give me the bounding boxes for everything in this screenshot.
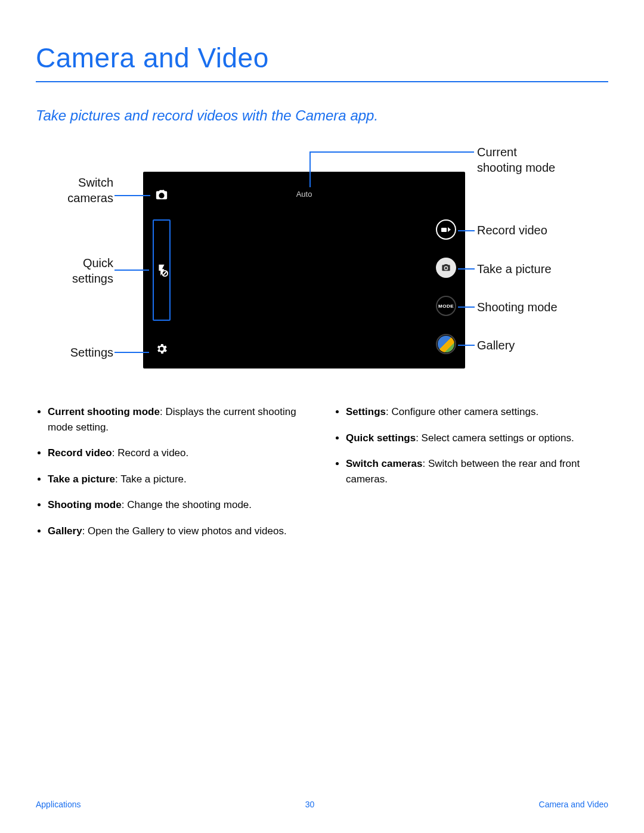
footer-right: Camera and Video <box>539 800 608 809</box>
list-item: Settings: Configure other camera setting… <box>346 404 608 420</box>
leader-line <box>458 306 475 308</box>
page-subtitle: Take pictures and record videos with the… <box>36 107 608 124</box>
svg-line-1 <box>163 272 167 275</box>
quick-settings-panel[interactable] <box>153 219 171 321</box>
footer-left: Applications <box>36 800 81 809</box>
record-video-button[interactable] <box>436 219 456 240</box>
leader-line <box>458 345 475 346</box>
list-item: Switch cameras: Switch between the rear … <box>346 456 608 487</box>
callout-current-mode: Current shooting mode <box>477 144 555 175</box>
list-item: Quick settings: Select camera settings o… <box>346 431 608 446</box>
list-item: Record video: Record a video. <box>48 445 310 461</box>
feature-bullets: Current shooting mode: Displays the curr… <box>36 404 608 549</box>
bullet-term: Gallery <box>48 525 82 537</box>
right-control-stack: MODE <box>436 219 456 354</box>
gallery-thumbnail-icon <box>438 336 454 352</box>
callout-quick-settings: Quick settings <box>36 255 113 286</box>
list-item: Current shooting mode: Displays the curr… <box>48 404 310 435</box>
switch-camera-icon[interactable] <box>155 188 168 202</box>
bullet-desc: : Select camera settings or options. <box>416 432 574 444</box>
leader-line <box>114 270 149 271</box>
bullet-desc: : Configure other camera settings. <box>386 406 538 417</box>
bullet-term: Quick settings <box>346 432 416 444</box>
page-footer: Applications 30 Camera and Video <box>36 800 608 809</box>
bullet-desc: : Take a picture. <box>115 473 187 485</box>
camera-diagram: Auto MODE Switch cameras Quick settings <box>36 142 608 380</box>
callout-settings: Settings <box>36 345 113 360</box>
bullet-term: Current shooting mode <box>48 406 160 417</box>
bullet-term: Take a picture <box>48 473 115 485</box>
callout-record-video: Record video <box>477 222 547 238</box>
bullets-right-column: Settings: Configure other camera setting… <box>334 404 608 549</box>
bullet-desc: : Open the Gallery to view photos and vi… <box>82 525 287 537</box>
flash-off-icon[interactable] <box>155 264 168 277</box>
current-mode-label: Auto <box>296 190 312 199</box>
callout-gallery: Gallery <box>477 337 515 353</box>
leader-line <box>458 268 475 270</box>
leader-line <box>310 151 474 153</box>
list-item: Take a picture: Take a picture. <box>48 472 310 487</box>
bullet-term: Shooting mode <box>48 499 122 510</box>
leader-line <box>114 352 149 353</box>
leader-line <box>458 230 475 231</box>
list-item: Shooting mode: Change the shooting mode. <box>48 497 310 513</box>
title-divider <box>36 81 608 82</box>
gallery-button[interactable] <box>436 334 456 354</box>
callout-take-picture: Take a picture <box>477 261 552 277</box>
callout-switch-cameras: Switch cameras <box>36 175 113 206</box>
camera-screenshot: Auto MODE <box>143 172 465 368</box>
page-title: Camera and Video <box>36 42 608 74</box>
leader-line <box>309 151 311 187</box>
callout-shooting-mode: Shooting mode <box>477 299 558 315</box>
settings-gear-icon[interactable] <box>155 342 168 355</box>
bullet-term: Switch cameras <box>346 458 423 469</box>
bullet-desc: : Record a video. <box>112 447 189 459</box>
list-item: Gallery: Open the Gallery to view photos… <box>48 524 310 539</box>
footer-page-number: 30 <box>305 800 315 809</box>
bullet-term: Record video <box>48 447 112 459</box>
bullet-desc: : Change the shooting mode. <box>122 499 252 510</box>
take-picture-button[interactable] <box>436 258 456 278</box>
shooting-mode-button[interactable]: MODE <box>436 296 456 316</box>
leader-line <box>114 195 150 196</box>
svg-point-2 <box>445 267 447 270</box>
bullet-term: Settings <box>346 406 386 417</box>
bullets-left-column: Current shooting mode: Displays the curr… <box>36 404 310 549</box>
